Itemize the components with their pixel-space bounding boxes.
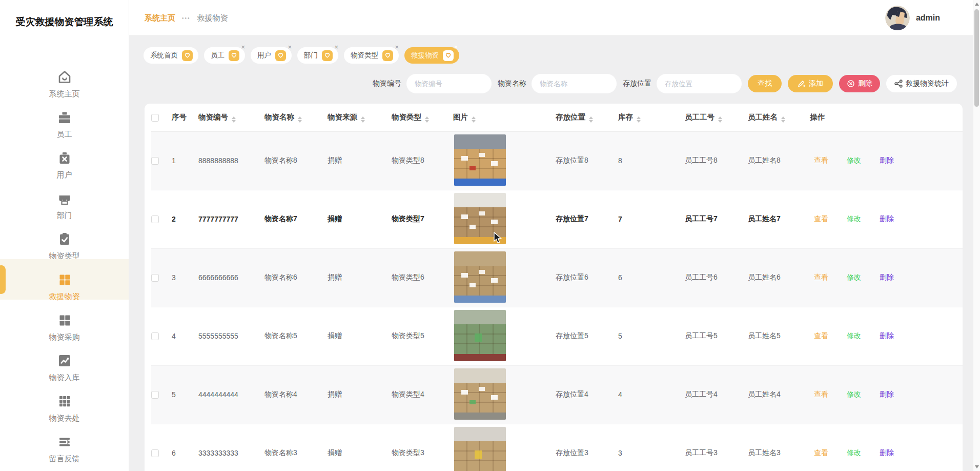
sort-carets-icon[interactable] (361, 116, 365, 123)
username[interactable]: admin (916, 13, 940, 23)
edit-row-action[interactable]: 修改 (847, 273, 861, 282)
edit-row-action[interactable]: 修改 (847, 331, 861, 341)
column-label: 库存 (618, 113, 633, 121)
row-checkbox[interactable] (151, 274, 159, 282)
row-checkbox[interactable] (151, 391, 159, 399)
column-label: 物资编号 (198, 113, 228, 121)
select-all-checkbox[interactable] (151, 114, 159, 122)
close-icon[interactable]: × (395, 44, 399, 50)
staff-id: 员工工号6 (685, 248, 748, 307)
edit-row-action[interactable]: 修改 (847, 390, 861, 399)
sort-carets-icon[interactable] (637, 116, 641, 123)
view-row-action[interactable]: 查看 (814, 214, 828, 224)
supply-photo[interactable] (454, 310, 506, 361)
storage-location: 存放位置3 (556, 424, 618, 471)
sort-carets-icon[interactable] (718, 116, 722, 123)
sort-carets-icon[interactable] (232, 116, 236, 123)
edit-row-action[interactable]: 修改 (847, 156, 861, 165)
sort-carets-icon[interactable] (425, 116, 429, 123)
view-row-action[interactable]: 查看 (814, 448, 828, 458)
view-row-action[interactable]: 查看 (814, 156, 828, 165)
row-checkbox[interactable] (151, 449, 159, 457)
sidebar-item-users[interactable]: 用户 (0, 138, 129, 178)
sidebar-item-inbound[interactable]: 物资入库 (0, 340, 129, 381)
del-row-action[interactable]: 删除 (880, 390, 894, 399)
column-label: 物资名称 (264, 113, 294, 121)
tab-员工[interactable]: 员工× (204, 47, 245, 64)
bag-x-icon (56, 149, 73, 169)
supply-photo[interactable] (454, 368, 506, 420)
column-header-location[interactable]: 存放位置 (556, 104, 618, 131)
sidebar-item-feedback[interactable]: 留言反馈 (0, 421, 129, 462)
scrollbar-thumb[interactable] (974, 9, 979, 107)
avatar[interactable] (885, 6, 910, 30)
del-row-action[interactable]: 删除 (880, 273, 894, 282)
name-input[interactable] (532, 74, 617, 93)
supply-photo[interactable] (454, 251, 506, 303)
breadcrumb-root[interactable]: 系统主页 (145, 13, 175, 23)
row-checkbox[interactable] (151, 157, 159, 165)
del-row-action[interactable]: 删除 (880, 156, 894, 165)
tab-救援物资[interactable]: 救援物资× (404, 47, 459, 64)
sidebar-item-home[interactable]: 系统主页 (0, 56, 129, 97)
supply-photo[interactable] (454, 193, 506, 244)
sort-carets-icon[interactable] (589, 116, 593, 123)
supply-photo[interactable] (454, 134, 506, 186)
filter-group-code: 物资编号 (373, 74, 492, 93)
close-icon[interactable]: × (241, 44, 245, 50)
location-input[interactable] (657, 74, 742, 93)
sort-carets-icon[interactable] (472, 116, 476, 123)
stats-button[interactable]: 救援物资统计 (886, 75, 957, 92)
column-header-code[interactable]: 物资编号 (198, 104, 264, 131)
scrollbar-down-arrow-icon[interactable] (975, 465, 979, 468)
view-row-action[interactable]: 查看 (814, 273, 828, 282)
edit-row-action[interactable]: 修改 (847, 448, 861, 458)
tab-物资类型[interactable]: 物资类型× (344, 47, 399, 64)
page-scrollbar[interactable] (973, 0, 980, 471)
heart-icon (382, 50, 393, 61)
edit-row-action[interactable]: 修改 (847, 214, 861, 224)
close-icon[interactable]: × (454, 44, 458, 50)
del-row-action[interactable]: 删除 (880, 448, 894, 458)
scrollbar-up-arrow-icon[interactable] (975, 3, 979, 6)
sidebar-item-supply-types[interactable]: 物资类型 (0, 219, 129, 259)
column-header-name[interactable]: 物资名称 (264, 104, 328, 131)
sort-carets-icon[interactable] (298, 116, 302, 123)
row-checkbox[interactable] (151, 215, 159, 223)
column-header-stock[interactable]: 库存 (618, 104, 685, 131)
view-row-action[interactable]: 查看 (814, 390, 828, 399)
column-header-source[interactable]: 物资来源 (328, 104, 392, 131)
tab-系统首页[interactable]: 系统首页 (144, 47, 198, 64)
sidebar-item-rescue-supplies[interactable]: 救援物资 (0, 259, 129, 300)
staff-id: 员工工号4 (685, 365, 748, 424)
code-input[interactable] (406, 74, 492, 93)
tab-部门[interactable]: 部门× (297, 47, 338, 64)
column-header-staff_id[interactable]: 员工工号 (685, 104, 748, 131)
column-header-type[interactable]: 物资类型 (392, 104, 453, 131)
view-row-action[interactable]: 查看 (814, 331, 828, 341)
sort-carets-icon[interactable] (781, 116, 785, 123)
del-row-action[interactable]: 删除 (880, 331, 894, 341)
table-row: 63333333333物资名称3捐赠物资类型3存放位置33员工工号3员工姓名3查… (151, 424, 963, 471)
sidebar-item-departments[interactable]: 部门 (0, 178, 129, 219)
table-row: 18888888888物资名称8捐赠物资类型8存放位置88员工工号8员工姓名8查… (151, 131, 963, 190)
home-icon (56, 68, 73, 88)
tab-用户[interactable]: 用户× (251, 47, 292, 64)
column-header-staff_name[interactable]: 员工姓名 (748, 104, 810, 131)
supply-source: 捐赠 (328, 424, 392, 471)
column-header-image[interactable]: 图片 (453, 104, 556, 131)
briefcase-icon (56, 109, 73, 128)
delete-button[interactable]: 删除 (839, 75, 880, 92)
sidebar-item-procurement[interactable]: 物资采购 (0, 300, 129, 340)
row-checkbox[interactable] (151, 332, 159, 340)
staff-name: 员工姓名5 (748, 307, 810, 365)
sidebar-item-staff[interactable]: 员工 (0, 97, 129, 138)
storage-location: 存放位置7 (556, 190, 618, 248)
close-icon[interactable]: × (288, 44, 292, 50)
close-icon[interactable]: × (334, 44, 338, 50)
search-button[interactable]: 查找 (748, 75, 782, 92)
supply-photo[interactable] (454, 427, 506, 471)
del-row-action[interactable]: 删除 (880, 214, 894, 224)
sidebar-item-destination[interactable]: 物资去处 (0, 381, 129, 421)
add-button[interactable]: 添加 (788, 75, 833, 92)
